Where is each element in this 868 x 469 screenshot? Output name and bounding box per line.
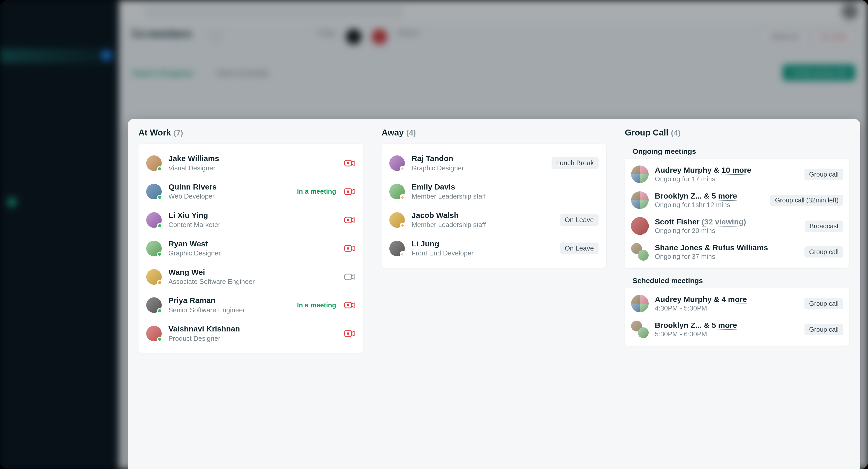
- avatar: [389, 241, 405, 256]
- away-person-row[interactable]: Raj Tandon Graphic Designer Lunch Break: [389, 149, 598, 177]
- at-work-count: (7): [174, 128, 183, 137]
- call-title: Audrey Murphy &: [655, 166, 721, 174]
- call-type-pill[interactable]: Group call: [804, 169, 843, 180]
- avatar: [146, 269, 162, 285]
- more-participants-link[interactable]: 5 more: [712, 192, 737, 201]
- call-title: Brooklyn Z... &: [655, 192, 712, 200]
- start-video-call-button[interactable]: [344, 186, 355, 197]
- scheduled-meetings-heading: Scheduled meetings: [625, 273, 849, 288]
- status-dot: [157, 336, 162, 342]
- group-call-row[interactable]: Brooklyn Z... & 5 more Ongoing for 1shr …: [631, 187, 843, 213]
- group-call-count: (4): [671, 128, 680, 137]
- call-title: Audrey Murphy &: [655, 295, 721, 303]
- call-subtext: 5:30PM - 6:30PM: [655, 330, 798, 338]
- avatar: [146, 155, 162, 171]
- more-participants-link[interactable]: 10 more: [721, 166, 751, 175]
- away-reason-pill: On Leave: [560, 214, 598, 226]
- start-video-call-button[interactable]: [344, 328, 355, 339]
- video-camera-icon: [344, 188, 355, 195]
- group-call-title: Group Call: [625, 128, 669, 138]
- svg-point-5: [347, 219, 349, 221]
- video-camera-icon: [344, 245, 355, 252]
- away-title: Away: [381, 128, 404, 138]
- away-person-row[interactable]: Emily Davis Member Leadership staff: [389, 177, 598, 206]
- person-name: Priya Raman: [168, 295, 290, 305]
- call-subtext: 4:30PM - 5:30PM: [655, 304, 798, 312]
- away-count: (4): [406, 128, 416, 137]
- call-title: Scott Fisher: [655, 217, 702, 226]
- away-person-row[interactable]: Jacob Walsh Member Leadership staff On L…: [389, 206, 598, 234]
- away-reason-pill: On Leave: [560, 242, 598, 254]
- avatar: [146, 297, 162, 313]
- column-away: Away (4) Raj Tandon Graphic Designer Lun…: [381, 128, 606, 464]
- start-video-call-button[interactable]: [344, 300, 355, 310]
- svg-point-7: [347, 247, 349, 250]
- person-role: Member Leadership staff: [411, 220, 553, 229]
- participants-avatar-cluster: [631, 191, 649, 209]
- participants-avatar-cluster: [631, 243, 649, 261]
- away-arrow-icon: [400, 194, 406, 200]
- column-group-call: Group Call (4) Ongoing meetings Audrey M…: [625, 128, 849, 464]
- call-type-pill[interactable]: Group call: [804, 298, 843, 309]
- person-role: Associate Software Engineer: [168, 277, 337, 286]
- person-role: Front End Developer: [411, 248, 553, 258]
- group-call-row[interactable]: Shane Jones & Rufus Williams Ongoing for…: [631, 239, 843, 265]
- at-work-person-row[interactable]: Ryan West Graphic Designer: [146, 234, 355, 263]
- column-at-work: At Work (7) Jake Williams Visual Designe…: [138, 128, 363, 464]
- call-type-pill[interactable]: Group call: [804, 246, 843, 258]
- start-video-call-button[interactable]: [344, 243, 355, 254]
- person-role: Senior Software Engineer: [168, 305, 290, 315]
- call-type-pill[interactable]: Group call: [804, 324, 843, 335]
- group-call-row[interactable]: Scott Fisher (32 viewing) Ongoing for 20…: [631, 213, 843, 239]
- at-work-person-row[interactable]: Li Xiu Ying Content Marketer: [146, 206, 355, 234]
- status-dot: [157, 308, 162, 313]
- participants-avatar-cluster: [631, 166, 649, 183]
- presence-panel: At Work (7) Jake Williams Visual Designe…: [128, 119, 860, 469]
- group-call-row[interactable]: Audrey Murphy & 4 more 4:30PM - 5:30PM G…: [631, 291, 843, 317]
- person-role: Member Leadership staff: [411, 192, 592, 201]
- group-call-row[interactable]: Brooklyn Z... & 5 more 5:30PM - 6:30PM G…: [631, 317, 843, 342]
- participants-avatar-cluster: [631, 217, 649, 235]
- start-video-call-button[interactable]: [344, 158, 355, 168]
- video-camera-icon: [344, 159, 355, 167]
- status-dot: [157, 280, 162, 285]
- more-participants-link[interactable]: 5 more: [712, 321, 737, 330]
- away-reason-pill: Lunch Break: [552, 157, 598, 169]
- at-work-person-row[interactable]: Wang Wei Associate Software Engineer: [146, 263, 355, 291]
- at-work-person-row[interactable]: Priya Raman Senior Software Engineer In …: [146, 291, 355, 319]
- at-work-person-row[interactable]: Vaishnavi Krishnan Product Designer: [146, 319, 355, 348]
- person-name: Jacob Walsh: [411, 210, 553, 220]
- start-video-call-button[interactable]: [344, 215, 355, 225]
- status-dot: [157, 252, 162, 257]
- person-role: Web Developer: [168, 192, 290, 201]
- participants-avatar-cluster: [631, 295, 649, 312]
- more-participants-link[interactable]: 4 more: [721, 295, 747, 304]
- person-name: Li Jung: [411, 239, 553, 249]
- person-role: Content Marketer: [168, 220, 337, 229]
- video-camera-icon: [344, 301, 355, 309]
- call-subtext: Ongoing for 37 mins: [655, 253, 798, 261]
- avatar: [389, 184, 405, 199]
- call-title: Brooklyn Z... &: [655, 321, 712, 329]
- avatar: [146, 212, 162, 228]
- away-person-row[interactable]: Li Jung Front End Developer On Leave: [389, 234, 598, 263]
- call-subtext: Ongoing for 17 mins: [655, 175, 798, 183]
- call-type-pill[interactable]: Group call (32min left): [770, 195, 843, 206]
- away-arrow-icon: [400, 223, 406, 229]
- call-title: Shane Jones & Rufus Williams: [655, 243, 768, 252]
- person-name: Li Xiu Ying: [168, 210, 337, 220]
- status-dot: [157, 166, 162, 171]
- call-type-pill[interactable]: Broadcast: [805, 221, 843, 232]
- call-subtext: Ongoing for 1shr 12 mins: [655, 201, 764, 209]
- person-name: Ryan West: [168, 239, 337, 249]
- group-call-row[interactable]: Audrey Murphy & 10 more Ongoing for 17 m…: [631, 161, 843, 187]
- at-work-person-row[interactable]: Jake Williams Visual Designer: [146, 149, 355, 177]
- in-meeting-tag: In a meeting: [297, 301, 336, 309]
- away-arrow-icon: [400, 166, 406, 172]
- away-arrow-icon: [400, 251, 406, 257]
- start-video-call-button[interactable]: [344, 272, 355, 282]
- at-work-person-row[interactable]: Quinn Rivers Web Developer In a meeting: [146, 177, 355, 206]
- person-role: Product Designer: [168, 334, 337, 343]
- video-camera-icon: [344, 330, 355, 337]
- svg-point-3: [347, 190, 349, 193]
